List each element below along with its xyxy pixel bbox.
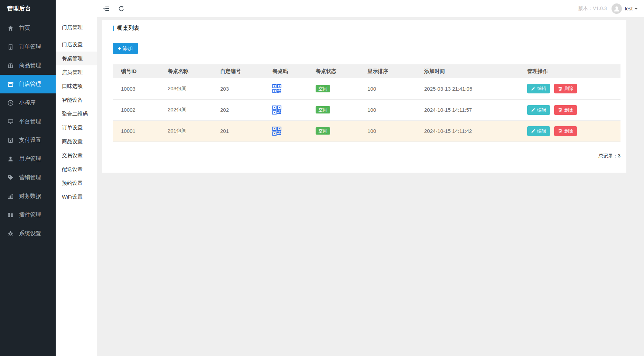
title-accent-bar [113,26,114,31]
cell-name: 201包间 [159,120,212,142]
collapse-menu-icon[interactable] [102,5,110,12]
sidebar-item-store[interactable]: 门店管理 [0,75,56,93]
delete-button[interactable]: 删除 [554,126,577,136]
trash-icon [558,86,562,91]
column-header-code: 自定编号 [212,64,264,78]
store-icon [7,81,14,88]
delete-button[interactable]: 删除 [554,105,577,115]
column-header-actions: 管理操作 [519,64,620,78]
sidebar-item-label: 用户管理 [19,155,41,163]
content-area: 餐桌列表 + 添加 编号ID 餐桌名称 自定编号 [97,17,644,356]
qrcode-icon[interactable] [272,127,281,136]
pencil-icon [531,86,535,91]
username-label: test [625,6,633,11]
sidebar-item-payment[interactable]: 支付设置 [0,131,56,149]
submenu-item-reservation-settings[interactable]: 预约设置 [56,176,97,190]
cell-id: 10003 [113,78,159,99]
sidebar-item-plugins[interactable]: 插件管理 [0,206,56,224]
submenu-item-aggregate-qrcode[interactable]: 聚合二维码 [56,107,97,121]
sidebar-item-platform[interactable]: 平台管理 [0,112,56,131]
finance-icon [7,193,14,200]
cell-name: 203包间 [159,78,212,99]
submenu-item-trade-settings[interactable]: 交易设置 [56,148,97,162]
submenu-item-goods-settings[interactable]: 商品设置 [56,135,97,148]
total-records-value: 3 [618,153,620,158]
sidebar-item-label: 支付设置 [19,137,41,144]
edit-button-label: 编辑 [537,128,546,134]
submenu-item-smart-devices[interactable]: 智能设备 [56,93,97,107]
trash-icon [558,129,562,133]
cell-name: 202包间 [159,99,212,120]
user-menu[interactable]: test [625,6,638,11]
edit-button[interactable]: 编辑 [527,126,550,136]
platform-icon [7,118,14,125]
user-icon [7,156,14,162]
column-header-created: 添加时间 [416,64,519,78]
column-header-sort: 显示排序 [359,64,416,78]
cell-created: 2025-03-13 21:41:05 [416,78,519,99]
sidebar-item-label: 订单管理 [19,43,41,51]
app-root: 管理后台 首页 订单管理 商品管理 门店管理 小程序 [0,0,644,356]
edit-button[interactable]: 编辑 [527,84,550,93]
submenu-item-store-management[interactable]: 门店管理 [56,20,97,34]
delete-button-label: 删除 [564,85,573,92]
sidebar-item-label: 平台管理 [19,118,41,125]
sidebar-item-system[interactable]: 系统设置 [0,224,56,243]
submenu-item-order-settings[interactable]: 订单设置 [56,121,97,135]
sidebar-item-finance[interactable]: 财务数据 [0,187,56,206]
page-title: 餐桌列表 [117,25,139,32]
sidebar-item-users[interactable]: 用户管理 [0,149,56,168]
submenu-item-store-settings[interactable]: 门店设置 [56,38,97,52]
miniprogram-icon [7,100,14,106]
primary-sidebar: 管理后台 首页 订单管理 商品管理 门店管理 小程序 [0,0,56,356]
table-row: 10003 203包间 203 空闲 100 2025-03-13 21:41:… [113,78,620,99]
plugins-icon [7,212,14,218]
total-records-label: 总记录： [598,153,618,158]
status-badge: 空闲 [316,85,330,92]
sidebar-item-goods[interactable]: 商品管理 [0,56,56,75]
cell-id: 10002 [113,99,159,120]
qrcode-icon[interactable] [272,106,281,115]
payment-icon [7,137,14,144]
pencil-icon [531,129,535,133]
column-header-id: 编号ID [113,64,159,78]
edit-button[interactable]: 编辑 [527,105,550,115]
refresh-icon[interactable] [118,5,125,12]
column-header-status: 餐桌状态 [307,64,359,78]
cell-code: 201 [212,120,264,142]
total-records: 总记录：3 [113,153,620,159]
primary-nav: 首页 订单管理 商品管理 门店管理 小程序 平台管理 [0,17,56,243]
sidebar-item-orders[interactable]: 订单管理 [0,37,56,56]
sidebar-item-miniprogram[interactable]: 小程序 [0,93,56,112]
topbar: 版本：V1.0.3 test [97,0,644,17]
main-column: 版本：V1.0.3 test 餐桌列表 + 添加 [97,0,644,356]
orders-icon [7,44,14,50]
marketing-icon [7,174,14,181]
card-title-row: 餐桌列表 [108,20,622,37]
sidebar-item-marketing[interactable]: 营销管理 [0,168,56,187]
sidebar-item-home[interactable]: 首页 [0,19,56,37]
sidebar-item-label: 门店管理 [19,81,41,88]
delete-button[interactable]: 删除 [554,84,577,93]
goods-icon [7,62,14,69]
home-icon [7,25,14,31]
status-badge: 空闲 [316,127,330,135]
delete-button-label: 删除 [564,107,573,113]
cell-code: 203 [212,78,264,99]
pencil-icon [531,108,535,112]
app-title: 管理后台 [0,0,56,17]
cell-id: 10001 [113,120,159,142]
avatar[interactable] [612,3,622,14]
submenu-item-delivery-settings[interactable]: 配送设置 [56,162,97,176]
qrcode-icon[interactable] [272,84,281,93]
submenu-item-wifi-settings[interactable]: WiFi设置 [56,190,97,204]
tables-table: 编号ID 餐桌名称 自定编号 餐桌码 餐桌状态 显示排序 添加时间 管理操作 1 [113,64,620,142]
submenu-item-staff-management[interactable]: 店员管理 [56,65,97,79]
submenu-item-table-management[interactable]: 餐桌管理 [56,52,97,65]
add-button[interactable]: + 添加 [113,43,138,54]
table-header-row: 编号ID 餐桌名称 自定编号 餐桌码 餐桌状态 显示排序 添加时间 管理操作 [113,64,620,78]
sidebar-item-label: 商品管理 [19,62,41,69]
add-button-label: 添加 [122,45,133,52]
submenu-item-flavor-options[interactable]: 口味选项 [56,79,97,93]
sidebar-item-label: 首页 [19,25,30,32]
